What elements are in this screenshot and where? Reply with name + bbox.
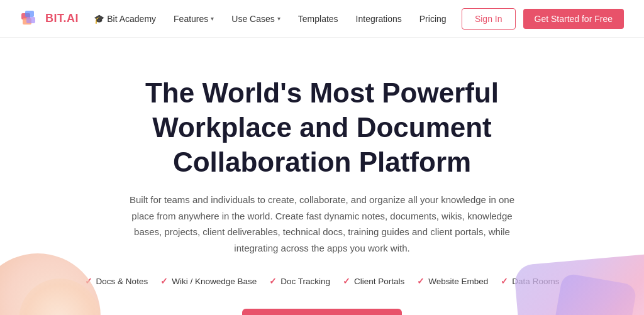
check-icon: ✓ bbox=[269, 276, 277, 286]
check-icon: ✓ bbox=[343, 276, 350, 286]
nav-features[interactable]: Features ▾ bbox=[174, 14, 214, 24]
navigation: BIT.AI 🎓 Bit Academy Features ▾ Use Case… bbox=[0, 0, 644, 38]
check-icon: ✓ bbox=[501, 276, 508, 286]
nav-templates[interactable]: Templates bbox=[298, 14, 338, 24]
check-icon: ✓ bbox=[417, 276, 425, 286]
nav-links: 🎓 Bit Academy Features ▾ Use Cases ▾ Tem… bbox=[94, 14, 446, 24]
logo-icon bbox=[20, 8, 42, 30]
hero-cta-button[interactable]: Get Started for Free bbox=[242, 309, 402, 315]
features-chevron-icon: ▾ bbox=[211, 15, 214, 22]
feature-docs-notes: ✓ Docs & Notes bbox=[85, 276, 148, 286]
nav-use-cases[interactable]: Use Cases ▾ bbox=[231, 14, 280, 24]
logo[interactable]: BIT.AI bbox=[20, 8, 79, 30]
nav-bit-academy[interactable]: 🎓 Bit Academy bbox=[94, 14, 156, 24]
svg-rect-1 bbox=[25, 11, 34, 17]
svg-rect-3 bbox=[26, 17, 35, 23]
feature-client-portals: ✓ Client Portals bbox=[343, 276, 404, 286]
feature-doc-tracking: ✓ Doc Tracking bbox=[269, 276, 330, 286]
hero-section: The World's Most Powerful Workplace and … bbox=[0, 38, 644, 315]
feature-wiki: ✓ Wiki / Knowedge Base bbox=[160, 276, 257, 286]
hero-title: The World's Most Powerful Workplace and … bbox=[102, 75, 542, 179]
check-icon: ✓ bbox=[160, 276, 168, 286]
use-cases-chevron-icon: ▾ bbox=[277, 15, 280, 22]
nav-integrations[interactable]: Integrations bbox=[356, 14, 402, 24]
feature-website-embed: ✓ Website Embed bbox=[417, 276, 488, 286]
logo-text: BIT.AI bbox=[45, 12, 79, 25]
nav-pricing[interactable]: Pricing bbox=[419, 14, 447, 24]
signin-button[interactable]: Sign In bbox=[462, 8, 516, 30]
hero-subtitle: Built for teams and individuals to creat… bbox=[121, 192, 523, 256]
nav-actions: Sign In Get Started for Free bbox=[462, 8, 624, 30]
nav-cta-button[interactable]: Get Started for Free bbox=[523, 9, 625, 29]
